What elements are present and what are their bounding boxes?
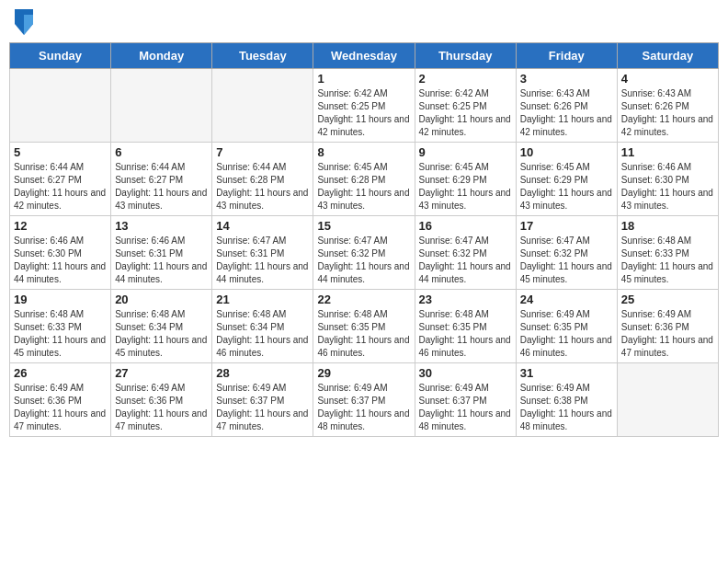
calendar-cell: 2Sunrise: 6:42 AM Sunset: 6:25 PM Daylig… [415, 69, 516, 143]
calendar-cell: 1Sunrise: 6:42 AM Sunset: 6:25 PM Daylig… [313, 69, 415, 143]
weekday-header-friday: Friday [516, 43, 617, 69]
weekday-header-saturday: Saturday [617, 43, 718, 69]
day-info: Sunrise: 6:42 AM Sunset: 6:25 PM Dayligh… [419, 87, 512, 139]
page-header [9, 9, 719, 35]
day-number: 18 [621, 219, 714, 233]
day-info: Sunrise: 6:48 AM Sunset: 6:35 PM Dayligh… [419, 308, 512, 360]
day-info: Sunrise: 6:45 AM Sunset: 6:29 PM Dayligh… [419, 161, 512, 213]
day-number: 8 [317, 145, 410, 159]
day-number: 22 [317, 293, 410, 306]
calendar-cell: 23Sunrise: 6:48 AM Sunset: 6:35 PM Dayli… [415, 290, 516, 363]
calendar-cell: 7Sunrise: 6:44 AM Sunset: 6:28 PM Daylig… [212, 143, 313, 216]
day-number: 1 [317, 72, 410, 86]
calendar-cell: 25Sunrise: 6:49 AM Sunset: 6:36 PM Dayli… [617, 290, 718, 363]
weekday-header-monday: Monday [111, 43, 212, 69]
calendar-cell: 8Sunrise: 6:45 AM Sunset: 6:28 PM Daylig… [313, 143, 415, 216]
day-number: 14 [216, 219, 309, 233]
calendar-cell: 22Sunrise: 6:48 AM Sunset: 6:35 PM Dayli… [313, 290, 415, 363]
calendar-cell: 15Sunrise: 6:47 AM Sunset: 6:32 PM Dayli… [313, 216, 415, 290]
calendar-cell: 11Sunrise: 6:46 AM Sunset: 6:30 PM Dayli… [617, 143, 718, 216]
calendar-cell: 18Sunrise: 6:48 AM Sunset: 6:33 PM Dayli… [617, 216, 718, 290]
calendar-cell: 31Sunrise: 6:49 AM Sunset: 6:38 PM Dayli… [516, 363, 617, 437]
day-number: 28 [216, 366, 309, 380]
week-row-5: 26Sunrise: 6:49 AM Sunset: 6:36 PM Dayli… [10, 363, 719, 437]
day-number: 15 [317, 219, 410, 233]
day-number: 23 [419, 293, 512, 306]
day-number: 12 [14, 219, 107, 233]
day-info: Sunrise: 6:44 AM Sunset: 6:27 PM Dayligh… [14, 161, 107, 213]
calendar-cell: 24Sunrise: 6:49 AM Sunset: 6:35 PM Dayli… [516, 290, 617, 363]
day-info: Sunrise: 6:46 AM Sunset: 6:30 PM Dayligh… [14, 235, 107, 286]
calendar-cell: 30Sunrise: 6:49 AM Sunset: 6:37 PM Dayli… [415, 363, 516, 437]
day-number: 4 [621, 72, 714, 86]
day-info: Sunrise: 6:49 AM Sunset: 6:35 PM Dayligh… [520, 308, 613, 360]
calendar-cell: 12Sunrise: 6:46 AM Sunset: 6:30 PM Dayli… [10, 216, 111, 290]
day-info: Sunrise: 6:47 AM Sunset: 6:32 PM Dayligh… [520, 235, 613, 286]
svg-marker-1 [24, 15, 33, 35]
calendar-cell: 29Sunrise: 6:49 AM Sunset: 6:37 PM Dayli… [313, 363, 415, 437]
day-info: Sunrise: 6:43 AM Sunset: 6:26 PM Dayligh… [621, 87, 714, 139]
day-number: 16 [419, 219, 512, 233]
calendar-cell [10, 69, 111, 143]
day-info: Sunrise: 6:47 AM Sunset: 6:32 PM Dayligh… [419, 235, 512, 286]
logo-icon [15, 9, 33, 35]
day-info: Sunrise: 6:49 AM Sunset: 6:36 PM Dayligh… [115, 382, 208, 433]
day-number: 21 [216, 293, 309, 306]
calendar-cell: 21Sunrise: 6:48 AM Sunset: 6:34 PM Dayli… [212, 290, 313, 363]
day-info: Sunrise: 6:49 AM Sunset: 6:37 PM Dayligh… [419, 382, 512, 433]
calendar-cell [617, 363, 718, 437]
day-number: 19 [14, 293, 107, 306]
day-info: Sunrise: 6:49 AM Sunset: 6:36 PM Dayligh… [14, 382, 107, 433]
day-number: 17 [520, 219, 613, 233]
week-row-2: 5Sunrise: 6:44 AM Sunset: 6:27 PM Daylig… [10, 143, 719, 216]
day-info: Sunrise: 6:49 AM Sunset: 6:38 PM Dayligh… [520, 382, 613, 433]
day-number: 6 [115, 145, 208, 159]
day-info: Sunrise: 6:44 AM Sunset: 6:27 PM Dayligh… [115, 161, 208, 213]
day-number: 30 [419, 366, 512, 380]
week-row-1: 1Sunrise: 6:42 AM Sunset: 6:25 PM Daylig… [10, 69, 719, 143]
day-info: Sunrise: 6:48 AM Sunset: 6:33 PM Dayligh… [621, 235, 714, 286]
week-row-3: 12Sunrise: 6:46 AM Sunset: 6:30 PM Dayli… [10, 216, 719, 290]
calendar-cell: 4Sunrise: 6:43 AM Sunset: 6:26 PM Daylig… [617, 69, 718, 143]
day-info: Sunrise: 6:48 AM Sunset: 6:33 PM Dayligh… [14, 308, 107, 360]
day-number: 7 [216, 145, 309, 159]
day-number: 9 [419, 145, 512, 159]
calendar-cell: 9Sunrise: 6:45 AM Sunset: 6:29 PM Daylig… [415, 143, 516, 216]
logo [13, 9, 37, 35]
day-number: 29 [317, 366, 410, 380]
day-number: 11 [621, 145, 714, 159]
calendar-cell: 20Sunrise: 6:48 AM Sunset: 6:34 PM Dayli… [111, 290, 212, 363]
calendar-table: SundayMondayTuesdayWednesdayThursdayFrid… [9, 42, 719, 437]
day-info: Sunrise: 6:47 AM Sunset: 6:32 PM Dayligh… [317, 235, 410, 286]
weekday-header-row: SundayMondayTuesdayWednesdayThursdayFrid… [10, 43, 719, 69]
day-info: Sunrise: 6:46 AM Sunset: 6:31 PM Dayligh… [115, 235, 208, 286]
day-number: 31 [520, 366, 613, 380]
calendar-cell: 6Sunrise: 6:44 AM Sunset: 6:27 PM Daylig… [111, 143, 212, 216]
day-info: Sunrise: 6:49 AM Sunset: 6:37 PM Dayligh… [216, 382, 309, 433]
calendar-cell: 17Sunrise: 6:47 AM Sunset: 6:32 PM Dayli… [516, 216, 617, 290]
day-info: Sunrise: 6:48 AM Sunset: 6:34 PM Dayligh… [115, 308, 208, 360]
day-number: 10 [520, 145, 613, 159]
calendar-cell: 16Sunrise: 6:47 AM Sunset: 6:32 PM Dayli… [415, 216, 516, 290]
weekday-header-tuesday: Tuesday [212, 43, 313, 69]
day-number: 20 [115, 293, 208, 306]
day-info: Sunrise: 6:48 AM Sunset: 6:34 PM Dayligh… [216, 308, 309, 360]
calendar-cell: 26Sunrise: 6:49 AM Sunset: 6:36 PM Dayli… [10, 363, 111, 437]
calendar-cell [212, 69, 313, 143]
day-info: Sunrise: 6:49 AM Sunset: 6:37 PM Dayligh… [317, 382, 410, 433]
weekday-header-thursday: Thursday [415, 43, 516, 69]
day-number: 24 [520, 293, 613, 306]
weekday-header-wednesday: Wednesday [313, 43, 415, 69]
day-info: Sunrise: 6:45 AM Sunset: 6:28 PM Dayligh… [317, 161, 410, 213]
day-number: 2 [419, 72, 512, 86]
day-number: 5 [14, 145, 107, 159]
calendar-cell: 3Sunrise: 6:43 AM Sunset: 6:26 PM Daylig… [516, 69, 617, 143]
weekday-header-sunday: Sunday [10, 43, 111, 69]
day-number: 27 [115, 366, 208, 380]
day-info: Sunrise: 6:48 AM Sunset: 6:35 PM Dayligh… [317, 308, 410, 360]
week-row-4: 19Sunrise: 6:48 AM Sunset: 6:33 PM Dayli… [10, 290, 719, 363]
day-info: Sunrise: 6:49 AM Sunset: 6:36 PM Dayligh… [621, 308, 714, 360]
day-info: Sunrise: 6:46 AM Sunset: 6:30 PM Dayligh… [621, 161, 714, 213]
day-number: 3 [520, 72, 613, 86]
day-info: Sunrise: 6:44 AM Sunset: 6:28 PM Dayligh… [216, 161, 309, 213]
